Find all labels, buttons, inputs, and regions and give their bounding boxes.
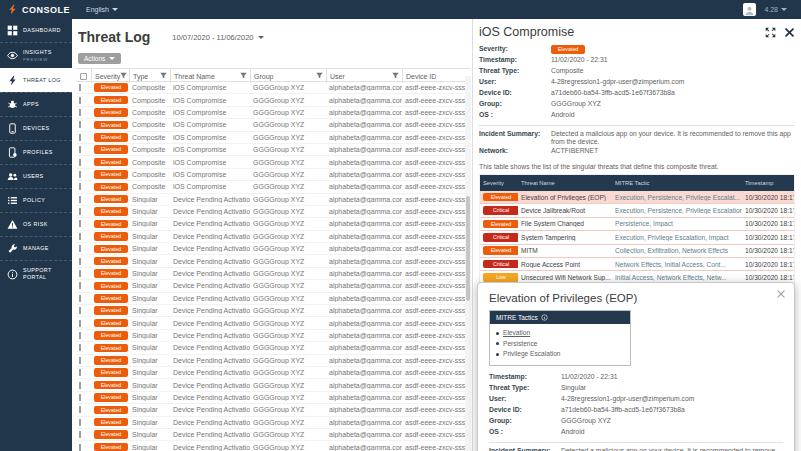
table-row[interactable]: ElevatedCompositeiOS CompromiseGGGGroup … [76, 144, 470, 156]
column-header-severity[interactable]: Severity [91, 69, 129, 83]
table-row[interactable]: ElevatedSingularDevice Pending Activatio… [76, 206, 470, 218]
info-icon[interactable] [541, 314, 548, 321]
inner-table-row[interactable]: CriticalRogue Access PointNetwork Effect… [480, 258, 794, 271]
table-row[interactable]: ElevatedCompositeiOS CompromiseGGGGroup … [76, 119, 470, 131]
row-checkbox[interactable] [79, 196, 81, 203]
mitre-tactic-item[interactable]: Elevation [496, 328, 624, 339]
row-checkbox[interactable] [79, 245, 81, 252]
table-row[interactable]: ElevatedSingularDevice Pending Activatio… [76, 404, 470, 416]
sidebar-item-apps[interactable]: APPS [0, 92, 72, 116]
select-all-checkbox[interactable] [80, 73, 87, 80]
column-header-threat-name[interactable]: Threat Name [170, 69, 250, 83]
table-row[interactable]: ElevatedSingularDevice Pending Activatio… [76, 379, 470, 391]
sidebar-item-dashboard[interactable]: DASHBOARD [0, 19, 72, 42]
table-row[interactable]: ElevatedCompositeiOS CompromiseGGGGroup … [76, 107, 470, 119]
row-checkbox[interactable] [79, 109, 81, 116]
sidebar-item-users[interactable]: USERS [0, 164, 72, 188]
row-checkbox[interactable] [79, 332, 81, 339]
sidebar-item-support-portal[interactable]: SUPPORT PORTAL [0, 260, 72, 287]
row-checkbox[interactable] [79, 295, 81, 302]
filter-funnel-icon[interactable] [120, 72, 127, 80]
table-row[interactable]: ElevatedSingularDevice Pending Activatio… [76, 342, 470, 354]
table-row[interactable]: ElevatedSingularDevice Pending Activatio… [76, 317, 470, 329]
row-checkbox[interactable] [79, 369, 81, 376]
date-range-picker[interactable]: 10/07/2020 - 11/06/2020 [172, 33, 263, 42]
inner-table-row[interactable]: CriticalSystem TamperingExecution, Privi… [480, 231, 794, 244]
sidebar-item-policy[interactable]: POLICY [0, 188, 72, 212]
table-row[interactable]: ElevatedSingularDevice Pending Activatio… [76, 392, 470, 404]
table-row[interactable]: ElevatedSingularDevice Pending Activatio… [76, 218, 470, 230]
table-row[interactable]: ElevatedSingularDevice Pending Activatio… [76, 367, 470, 379]
row-checkbox[interactable] [79, 208, 81, 215]
row-checkbox[interactable] [79, 134, 81, 141]
sidebar-item-profiles[interactable]: PROFILES [0, 140, 72, 164]
table-row[interactable]: ElevatedCompositeiOS CompromiseGGGGroup … [76, 94, 470, 106]
row-checkbox[interactable] [79, 357, 81, 364]
row-checkbox[interactable] [79, 431, 81, 438]
vertical-scrollbar[interactable] [465, 76, 471, 451]
actions-button[interactable]: Actions [78, 53, 121, 64]
row-checkbox[interactable] [79, 270, 81, 277]
row-checkbox[interactable] [79, 406, 81, 413]
inner-table-row[interactable]: ElevatedMITMCollection, Exfiltration, Ne… [480, 245, 794, 258]
row-checkbox[interactable] [79, 419, 81, 426]
row-checkbox[interactable] [79, 84, 81, 91]
row-checkbox[interactable] [79, 444, 81, 451]
row-checkbox[interactable] [79, 282, 81, 289]
row-checkbox[interactable] [79, 146, 81, 153]
table-row[interactable]: ElevatedSingularDevice Pending Activatio… [76, 243, 470, 255]
inner-table-row[interactable]: ElevatedElevation of Privileges (EOP)Exe… [480, 191, 794, 204]
table-row[interactable]: ElevatedSingularDevice Pending Activatio… [76, 355, 470, 367]
column-header-type[interactable]: Type [129, 69, 170, 83]
row-checkbox[interactable] [79, 97, 81, 104]
inner-column-header-severity[interactable]: Severity [480, 180, 518, 186]
language-selector[interactable]: English [86, 6, 118, 13]
close-icon[interactable] [784, 27, 795, 38]
sidebar-item-insights[interactable]: INSIGHTSPREVIEW [0, 42, 72, 68]
row-checkbox[interactable] [79, 307, 81, 314]
table-row[interactable]: ElevatedSingularDevice Pending Activatio… [76, 194, 470, 206]
table-row[interactable]: ElevatedSingularDevice Pending Activatio… [76, 255, 470, 267]
table-row[interactable]: ElevatedCompositeiOS CompromiseGGGGroup … [76, 82, 470, 94]
user-avatar[interactable] [743, 3, 756, 16]
row-checkbox[interactable] [79, 159, 81, 166]
table-row[interactable]: ElevatedCompositeiOS CompromiseGGGGroup … [76, 169, 470, 181]
filter-funnel-icon[interactable] [316, 72, 323, 80]
row-checkbox[interactable] [79, 121, 81, 128]
row-checkbox[interactable] [79, 344, 81, 351]
table-row[interactable]: ElevatedSingularDevice Pending Activatio… [76, 330, 470, 342]
filter-funnel-icon[interactable] [392, 72, 399, 80]
table-row[interactable]: ElevatedSingularDevice Pending Activatio… [76, 280, 470, 292]
row-checkbox[interactable] [79, 183, 81, 190]
inner-column-header-timestamp[interactable]: Timestamp [742, 180, 794, 186]
sidebar-item-devices[interactable]: DEVICES [0, 116, 72, 140]
column-header-group[interactable]: Group [250, 69, 326, 83]
inner-column-header-mitre-tactic[interactable]: MITRE Tactic [612, 180, 742, 186]
close-icon[interactable] [776, 289, 786, 299]
row-checkbox[interactable] [79, 382, 81, 389]
column-header-user[interactable]: User [326, 69, 402, 83]
sidebar-item-os-risk[interactable]: OS RISK [0, 212, 72, 236]
table-row[interactable]: ElevatedSingularDevice Pending Activatio… [76, 441, 470, 451]
sidebar-item-manage[interactable]: MANAGE [0, 236, 72, 260]
table-row[interactable]: ElevatedCompositeiOS CompromiseGGGGroup … [76, 132, 470, 144]
table-row[interactable]: ElevatedCompositeiOS CompromiseGGGGroup … [76, 181, 470, 193]
filter-funnel-icon[interactable] [240, 72, 247, 80]
scrollbar-thumb[interactable] [466, 196, 470, 301]
sidebar-item-threat-log[interactable]: THREAT LOG [0, 68, 72, 92]
row-checkbox[interactable] [79, 233, 81, 240]
filter-funnel-icon[interactable] [160, 72, 167, 80]
row-checkbox[interactable] [79, 258, 81, 265]
column-header-device-id[interactable]: Device ID [402, 69, 470, 83]
table-row[interactable]: ElevatedSingularDevice Pending Activatio… [76, 268, 470, 280]
row-checkbox[interactable] [79, 320, 81, 327]
table-row[interactable]: ElevatedSingularDevice Pending Activatio… [76, 231, 470, 243]
table-row[interactable]: ElevatedSingularDevice Pending Activatio… [76, 417, 470, 429]
inner-table-row[interactable]: CriticalDevice Jailbreak/RootExecution, … [480, 204, 794, 217]
inner-table-row[interactable]: ElevatedFile System ChangedPersistence, … [480, 218, 794, 231]
version-menu[interactable]: 4.28 [764, 6, 787, 13]
table-row[interactable]: ElevatedCompositeiOS CompromiseGGGGroup … [76, 156, 470, 168]
row-checkbox[interactable] [79, 220, 81, 227]
table-row[interactable]: ElevatedSingularDevice Pending Activatio… [76, 305, 470, 317]
expand-icon[interactable] [765, 27, 776, 38]
